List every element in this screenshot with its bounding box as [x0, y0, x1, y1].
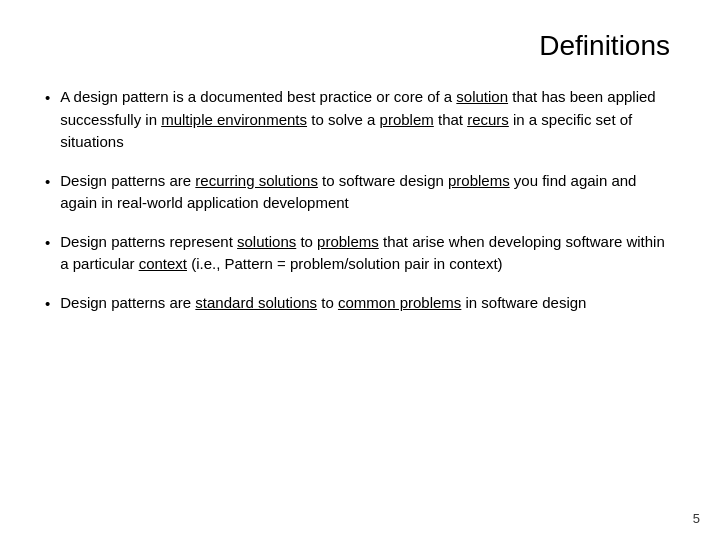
- item-text-4: Design patterns are standard solutions t…: [60, 292, 675, 315]
- list-item: • Design patterns are recurring solution…: [45, 170, 675, 215]
- slide-container: Definitions • A design pattern is a docu…: [0, 0, 720, 540]
- content-list: • A design pattern is a documented best …: [45, 86, 675, 510]
- bullet-1: •: [45, 87, 50, 110]
- list-item: • A design pattern is a documented best …: [45, 86, 675, 154]
- list-item: • Design patterns represent solutions to…: [45, 231, 675, 276]
- slide-title: Definitions: [45, 30, 675, 62]
- item-text-3: Design patterns represent solutions to p…: [60, 231, 675, 276]
- item-text-2: Design patterns are recurring solutions …: [60, 170, 675, 215]
- list-item: • Design patterns are standard solutions…: [45, 292, 675, 316]
- item-text-1: A design pattern is a documented best pr…: [60, 86, 675, 154]
- bullet-3: •: [45, 232, 50, 255]
- bullet-4: •: [45, 293, 50, 316]
- page-number: 5: [693, 511, 700, 526]
- bullet-2: •: [45, 171, 50, 194]
